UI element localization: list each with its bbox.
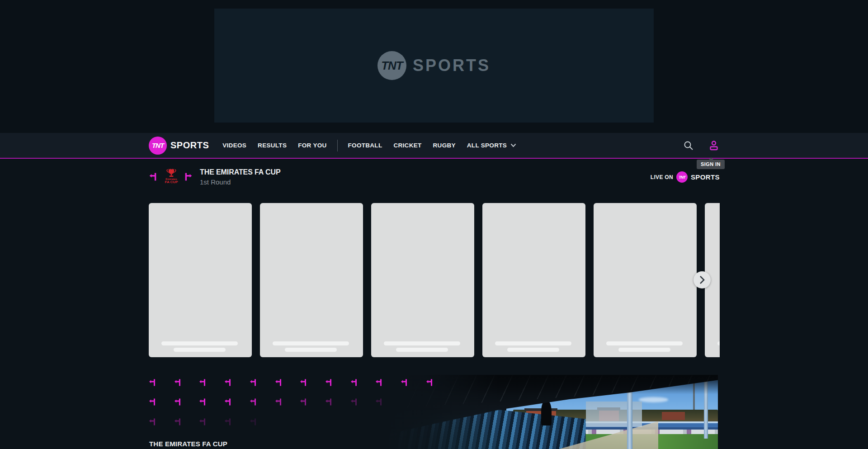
chevron-right-icon bbox=[699, 275, 705, 284]
bracket-connector-icon bbox=[250, 398, 256, 406]
search-icon bbox=[683, 140, 694, 151]
bracket-connector-icon bbox=[199, 418, 205, 425]
tnt-logo-icon: TNT bbox=[377, 51, 406, 80]
ad-logo-suffix: SPORTS bbox=[413, 56, 491, 75]
bracket-connector-icon bbox=[326, 379, 331, 386]
bracket-connector-icon bbox=[149, 379, 155, 386]
bracket-connector-icon bbox=[426, 379, 432, 386]
bracket-connector-icon bbox=[175, 379, 180, 386]
bracket-connector-icon bbox=[149, 398, 155, 406]
nav-item-all-sports[interactable]: ALL SPORTS bbox=[467, 142, 516, 149]
competition-round: 1st Round bbox=[200, 178, 281, 186]
nav-item-cricket[interactable]: CRICKET bbox=[393, 142, 421, 149]
nav-divider bbox=[337, 140, 338, 151]
fixture-card-skeleton[interactable] bbox=[149, 203, 252, 357]
skeleton-line bbox=[273, 341, 349, 345]
page: TNT SPORTS TNT SPORTS VIDEOSRESULTSFOR Y… bbox=[0, 0, 868, 449]
bracket-connector-icon bbox=[401, 379, 407, 386]
fixture-card-skeleton[interactable] bbox=[371, 203, 474, 357]
bracket-connector-icon bbox=[326, 398, 331, 406]
tnt-sports-home-logo[interactable]: TNT SPORTS bbox=[149, 137, 209, 155]
stadium-photo bbox=[387, 375, 718, 449]
nav-sports-list: FOOTBALLCRICKETRUGBY bbox=[348, 142, 456, 149]
chevron-down-icon bbox=[510, 143, 516, 147]
skeleton-line bbox=[161, 341, 238, 345]
previous-round-arrow[interactable] bbox=[149, 173, 157, 181]
bracket-connector-icon bbox=[175, 418, 180, 425]
carousel-next-button[interactable] bbox=[693, 271, 711, 288]
bracket-connector-icon bbox=[250, 379, 256, 386]
skeleton-line bbox=[507, 348, 559, 352]
person-icon bbox=[708, 140, 719, 151]
fixtures-carousel bbox=[149, 203, 720, 357]
skeleton-line bbox=[384, 341, 460, 345]
tooltip-caret bbox=[708, 157, 714, 160]
nav-item-for-you[interactable]: FOR YOU bbox=[298, 142, 326, 149]
sign-in-label: SIGN IN bbox=[701, 161, 721, 167]
bracket-connector-icon bbox=[225, 379, 231, 386]
bracket-connector-icon bbox=[149, 418, 155, 425]
tnt-logo-icon: TNT bbox=[149, 137, 167, 155]
spectator-silhouette bbox=[541, 400, 552, 425]
skeleton-line bbox=[618, 348, 670, 352]
all-sports-label: ALL SPORTS bbox=[467, 142, 507, 149]
bracket-connector-icon bbox=[351, 398, 357, 406]
bracket-connector-icon bbox=[300, 379, 306, 386]
fixture-card-skeleton[interactable] bbox=[482, 203, 585, 357]
ad-band: TNT SPORTS bbox=[0, 0, 868, 133]
account-button[interactable] bbox=[708, 140, 720, 151]
bracket-connector-icon bbox=[175, 398, 180, 406]
bracket-connector-icon bbox=[225, 418, 231, 425]
skeleton-line bbox=[285, 348, 337, 352]
bracket-connector-icon bbox=[199, 398, 205, 406]
tnt-logo-icon: TNT bbox=[676, 171, 688, 183]
navbar: TNT SPORTS VIDEOSRESULTSFOR YOU FOOTBALL… bbox=[0, 133, 868, 159]
competition-title: THE EMIRATES FA CUP bbox=[200, 168, 281, 176]
live-on-label: LIVE ON bbox=[651, 174, 673, 180]
nav-item-football[interactable]: FOOTBALL bbox=[348, 142, 382, 149]
next-round-arrow[interactable] bbox=[184, 173, 193, 181]
bracket-connector-icon bbox=[199, 379, 205, 386]
nav-item-videos[interactable]: VIDEOS bbox=[222, 142, 246, 149]
bracket-connector-icon bbox=[376, 379, 382, 386]
section-heading: THE EMIRATES FA CUP bbox=[149, 440, 227, 448]
ad-slot[interactable]: TNT SPORTS bbox=[214, 9, 654, 123]
live-on-badge: LIVE ON TNT SPORTS bbox=[651, 171, 720, 183]
bracket-connector-icon bbox=[351, 379, 357, 386]
skeleton-line bbox=[495, 341, 571, 345]
skeleton-line bbox=[396, 348, 448, 352]
nav-item-rugby[interactable]: RUGBY bbox=[433, 142, 456, 149]
bracket-connector-icon bbox=[225, 398, 231, 406]
brand-suffix: SPORTS bbox=[170, 140, 209, 151]
fa-cup-logo: Emirates FA CUP bbox=[162, 168, 181, 187]
fa-cup-trophy-icon bbox=[166, 168, 177, 178]
skeleton-line bbox=[717, 341, 720, 345]
nav-primary-list: VIDEOSRESULTSFOR YOU bbox=[222, 142, 326, 149]
search-button[interactable] bbox=[683, 140, 694, 151]
live-on-suffix: SPORTS bbox=[691, 173, 720, 181]
sign-in-tooltip[interactable]: SIGN IN bbox=[697, 160, 725, 169]
skeleton-line bbox=[606, 341, 683, 345]
fa-logo-text-fa-cup: FA CUP bbox=[165, 180, 178, 184]
fixture-card-skeleton[interactable] bbox=[594, 203, 697, 357]
bracket-connector-icon bbox=[275, 398, 281, 406]
fixture-card-skeleton[interactable] bbox=[260, 203, 363, 357]
nav-item-results[interactable]: RESULTS bbox=[258, 142, 287, 149]
bracket-connector-icon bbox=[275, 379, 281, 386]
bracket-connector-icon bbox=[376, 398, 382, 406]
ad-tnt-sports-logo: TNT SPORTS bbox=[377, 51, 491, 80]
bracket-connector-icon bbox=[300, 398, 306, 406]
bracket-connector-icon bbox=[250, 418, 256, 425]
skeleton-line bbox=[174, 348, 226, 352]
